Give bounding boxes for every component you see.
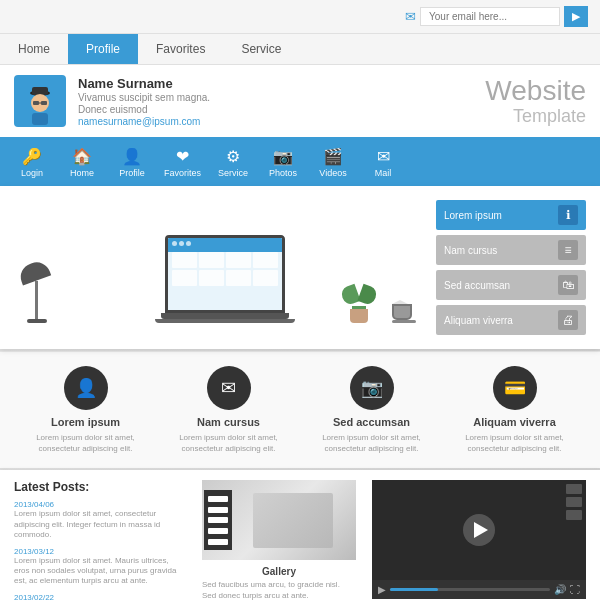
icon-nav-home[interactable]: 🏠 Home bbox=[64, 147, 100, 178]
icon-nav-service[interactable]: ⚙ Service bbox=[215, 147, 251, 178]
bag-icon: 🛍 bbox=[558, 275, 578, 295]
profile-email: namesurname@ipsum.com bbox=[78, 116, 485, 127]
post-text-1: Lorem ipsum dolor sit amet, consectetur … bbox=[14, 509, 184, 540]
feature-sed-title: Sed accumsan bbox=[333, 416, 410, 428]
gear-icon: ⚙ bbox=[226, 147, 240, 166]
svg-rect-5 bbox=[41, 101, 47, 105]
feature-lorem: 👤 Lorem ipsum Lorem ipsum dolor sit amet… bbox=[14, 366, 157, 454]
hero-section: Lorem ipsum ℹ Nam cursus ≡ Sed accumsan … bbox=[0, 186, 600, 349]
icon-nav-videos-label: Videos bbox=[319, 168, 346, 178]
person-icon: 👤 bbox=[122, 147, 142, 166]
nav-item-home[interactable]: Home bbox=[0, 34, 68, 64]
email-go-button[interactable]: ▶ bbox=[564, 6, 588, 27]
key-icon: 🔑 bbox=[22, 147, 42, 166]
post-item-2: 2013/03/12 Lorem ipsum dolor sit amet. M… bbox=[14, 547, 184, 587]
sidebar-btn-nam[interactable]: Nam cursus ≡ bbox=[436, 235, 586, 265]
posts-title: Latest Posts: bbox=[14, 480, 184, 494]
sidebar-btn-aliquam[interactable]: Aliquam viverra 🖨 bbox=[436, 305, 586, 335]
website-title-sub: Template bbox=[485, 107, 586, 127]
laptop bbox=[155, 235, 295, 323]
icon-nav: 🔑 Login 🏠 Home 👤 Profile ❤ Favorites ⚙ S… bbox=[0, 139, 600, 186]
feature-nam-title: Nam cursus bbox=[197, 416, 260, 428]
video-volume-icon[interactable]: 🔊 bbox=[554, 584, 566, 595]
icon-nav-favorites[interactable]: ❤ Favorites bbox=[164, 147, 201, 178]
post-item-1: 2013/04/06 Lorem ipsum dolor sit amet, c… bbox=[14, 500, 184, 540]
post-text-2: Lorem ipsum dolor sit amet. Mauris ultri… bbox=[14, 556, 184, 587]
sidebar-btn-lorem-label: Lorem ipsum bbox=[444, 210, 502, 221]
hero-sidebar: Lorem ipsum ℹ Nam cursus ≡ Sed accumsan … bbox=[436, 200, 586, 335]
sidebar-btn-sed-label: Sed accumsan bbox=[444, 280, 510, 291]
lamp-base bbox=[27, 319, 47, 323]
video-fullscreen-icon[interactable]: ⛶ bbox=[570, 584, 580, 595]
email-input[interactable] bbox=[420, 7, 560, 26]
icon-nav-service-label: Service bbox=[218, 168, 248, 178]
info-icon: ℹ bbox=[558, 205, 578, 225]
feature-icon-camera: 📷 bbox=[350, 366, 394, 410]
home-icon: 🏠 bbox=[72, 147, 92, 166]
profile-donec: Donec euismod bbox=[78, 104, 485, 115]
features-section: 👤 Lorem ipsum Lorem ipsum dolor sit amet… bbox=[0, 351, 600, 468]
play-button[interactable] bbox=[463, 514, 495, 546]
desk-lamp bbox=[24, 263, 49, 323]
gallery-title: Gallery bbox=[202, 566, 356, 577]
video-icon: 🎬 bbox=[323, 147, 343, 166]
plant bbox=[342, 286, 376, 323]
avatar bbox=[14, 75, 66, 127]
post-item-3: 2013/02/22 Mauris turpis, egestas sed um… bbox=[14, 593, 184, 600]
icon-nav-profile[interactable]: 👤 Profile bbox=[114, 147, 150, 178]
video-side-icon-3 bbox=[566, 510, 582, 520]
gallery-thumbnail bbox=[202, 480, 356, 560]
video-controls: ▶ 🔊 ⛶ bbox=[372, 580, 586, 599]
laptop-screen bbox=[165, 235, 285, 313]
feature-icon-person: 👤 bbox=[64, 366, 108, 410]
video-play-icon[interactable]: ▶ bbox=[378, 584, 386, 595]
website-title-main: Website bbox=[485, 76, 586, 107]
feature-aliquam-title: Aliquam viverra bbox=[473, 416, 556, 428]
feature-sed-desc: Lorem ipsum dolor sit amet, consectetur … bbox=[306, 432, 437, 454]
svg-rect-2 bbox=[32, 87, 48, 95]
nav-bar: Home Profile Favorites Service bbox=[0, 34, 600, 65]
website-title: Website Template bbox=[485, 76, 586, 127]
profile-name: Name Surname bbox=[78, 76, 485, 91]
feature-sed: 📷 Sed accumsan Lorem ipsum dolor sit ame… bbox=[300, 366, 443, 454]
post-date-3: 2013/02/22 bbox=[14, 593, 184, 600]
nav-item-favorites[interactable]: Favorites bbox=[138, 34, 223, 64]
icon-nav-mail-label: Mail bbox=[375, 168, 392, 178]
list-icon: ≡ bbox=[558, 240, 578, 260]
feature-icon-card: 💳 bbox=[493, 366, 537, 410]
profile-subtitle: Vivamus suscipit sem magna. bbox=[78, 92, 485, 103]
icon-nav-profile-label: Profile bbox=[119, 168, 145, 178]
video-side-icon-1 bbox=[566, 484, 582, 494]
feature-aliquam: 💳 Aliquam viverra Lorem ipsum dolor sit … bbox=[443, 366, 586, 454]
icon-nav-photos[interactable]: 📷 Photos bbox=[265, 147, 301, 178]
nav-item-service[interactable]: Service bbox=[223, 34, 299, 64]
icon-nav-mail[interactable]: ✉ Mail bbox=[365, 147, 401, 178]
icon-nav-videos[interactable]: 🎬 Videos bbox=[315, 147, 351, 178]
feature-nam-desc: Lorem ipsum dolor sit amet, consectetur … bbox=[163, 432, 294, 454]
icon-nav-photos-label: Photos bbox=[269, 168, 297, 178]
gallery-image bbox=[202, 480, 356, 560]
video-progress-bar[interactable] bbox=[390, 588, 550, 591]
nav-item-profile[interactable]: Profile bbox=[68, 34, 138, 64]
print-icon: 🖨 bbox=[558, 310, 578, 330]
video-side-icons bbox=[566, 484, 582, 520]
icon-nav-login[interactable]: 🔑 Login bbox=[14, 147, 50, 178]
hero-image-area bbox=[14, 213, 436, 323]
video-player bbox=[372, 480, 586, 580]
coffee-cup bbox=[392, 300, 416, 323]
gallery-area: Gallery Sed faucibus uma arcu, to gracid… bbox=[194, 480, 364, 600]
camera-icon: 📷 bbox=[273, 147, 293, 166]
profile-info: Name Surname Vivamus suscipit sem magna.… bbox=[78, 76, 485, 127]
svg-rect-4 bbox=[33, 101, 39, 105]
sidebar-btn-sed[interactable]: Sed accumsan 🛍 bbox=[436, 270, 586, 300]
feature-aliquam-desc: Lorem ipsum dolor sit amet, consectetur … bbox=[449, 432, 580, 454]
feature-nam: ✉ Nam cursus Lorem ipsum dolor sit amet,… bbox=[157, 366, 300, 454]
email-bar: ✉ ▶ bbox=[0, 0, 600, 34]
icon-nav-favorites-label: Favorites bbox=[164, 168, 201, 178]
video-area: ▶ 🔊 ⛶ bbox=[364, 480, 586, 600]
bottom-section: Latest Posts: 2013/04/06 Lorem ipsum dol… bbox=[0, 470, 600, 600]
icon-nav-home-label: Home bbox=[70, 168, 94, 178]
play-triangle-icon bbox=[474, 522, 488, 538]
email-icon: ✉ bbox=[405, 9, 416, 24]
sidebar-btn-lorem[interactable]: Lorem ipsum ℹ bbox=[436, 200, 586, 230]
